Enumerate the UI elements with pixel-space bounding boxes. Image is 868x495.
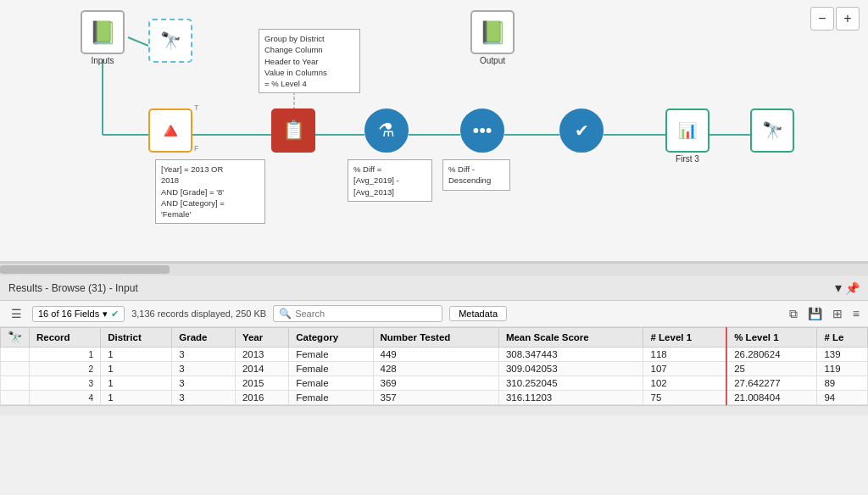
cell-browse-icon: [1, 362, 30, 376]
field-selector[interactable]: 16 of 16 Fields ▾ ✔: [32, 306, 125, 322]
search-input[interactable]: [295, 309, 437, 319]
node-browse1[interactable]: 🔭: [148, 19, 192, 63]
node-sort[interactable]: •••: [460, 108, 504, 153]
zoom-in-button[interactable]: +: [836, 7, 860, 31]
th-category[interactable]: Category: [289, 328, 373, 348]
canvas-scrollbar-thumb: [0, 265, 170, 274]
table-row: 2 1 3 2014 Female 428 309.042053 107 25 …: [1, 362, 868, 376]
pin-icon[interactable]: 📌: [845, 281, 860, 295]
output-icon: 📗: [479, 19, 506, 46]
node-browse2[interactable]: 🔭: [750, 108, 794, 153]
cell-category: Female: [289, 376, 373, 391]
results-toolbar: ☰ 16 of 16 Fields ▾ ✔ 3,136 records disp…: [0, 301, 868, 327]
node-filter-box[interactable]: 🔺: [148, 108, 192, 153]
node-summarize[interactable]: 📋: [271, 108, 315, 153]
cell-record: 2: [30, 362, 101, 376]
data-table: 🔭 Record District Grade Year Category Nu…: [0, 327, 868, 405]
th-year[interactable]: Year: [235, 328, 288, 348]
cell-level1-count: 107: [643, 362, 726, 376]
node-sort-box[interactable]: •••: [460, 108, 504, 153]
cell-category: Female: [289, 348, 373, 362]
node-formula-box[interactable]: ⚗: [364, 108, 409, 153]
node-inputs-box[interactable]: 📗: [81, 10, 125, 54]
cell-category: Female: [289, 391, 373, 405]
node-summarize-box[interactable]: 📋: [271, 108, 315, 153]
cell-grade: 3: [172, 362, 236, 376]
search-box[interactable]: 🔍: [273, 305, 442, 322]
cell-level1-count: 75: [643, 391, 726, 405]
cell-year: 2015: [235, 376, 288, 391]
cell-grade: 3: [172, 376, 236, 391]
formula-icon: ⚗: [378, 120, 395, 142]
cell-mean-scale-score: 316.11203: [498, 391, 643, 405]
zoom-out-button[interactable]: −: [810, 7, 834, 31]
canvas-scrollbar[interactable]: [0, 263, 868, 275]
th-record[interactable]: Record: [30, 328, 101, 348]
node-output-label: Output: [480, 56, 505, 65]
cell-mean-scale-score: 310.252045: [498, 376, 643, 391]
cell-district: 1: [101, 348, 172, 362]
record-info: 3,136 records displayed, 250 KB: [131, 309, 266, 319]
cell-mean-scale-score: 309.042053: [498, 362, 643, 376]
node-output-box[interactable]: 📗: [470, 10, 515, 54]
th-grade[interactable]: Grade: [172, 328, 236, 348]
node-browse2-box[interactable]: 🔭: [750, 108, 794, 153]
node-inputs-label: Inputs: [91, 56, 114, 65]
annotation-filter-condition: [Year] = 2013 OR 2018 AND [Grade] = '8' …: [155, 159, 265, 224]
cell-number-tested: 428: [373, 362, 498, 376]
export-button[interactable]: ⊞: [831, 305, 844, 322]
th-level-extra[interactable]: # Le: [817, 328, 868, 348]
node-select[interactable]: ✔: [559, 108, 604, 153]
dropdown-icon[interactable]: ▾: [835, 280, 842, 296]
first-icon: 📊: [678, 121, 697, 140]
cell-district: 1: [101, 362, 172, 376]
node-filter[interactable]: 🔺 T F: [148, 108, 192, 153]
cell-record: 4: [30, 391, 101, 405]
table-body: 1 1 3 2013 Female 449 308.347443 118 26.…: [1, 348, 868, 405]
results-title: Results - Browse (31) - Input: [8, 282, 138, 294]
th-level1-pct[interactable]: % Level 1: [726, 328, 817, 348]
canvas-area: 📗 Inputs 🔭 🔺 T F 📋 ⚗ •••: [0, 0, 868, 263]
table-row: 4 1 3 2016 Female 357 316.11203 75 21.00…: [1, 391, 868, 405]
cell-browse-icon: [1, 348, 30, 362]
node-first-box[interactable]: 📊: [665, 108, 709, 153]
cell-level-extra: 94: [817, 391, 868, 405]
filter-icon: 🔺: [157, 118, 184, 144]
cell-level1-pct: 25: [726, 362, 817, 376]
copy-button[interactable]: ⧉: [787, 305, 799, 323]
input-icon: 📗: [89, 19, 116, 46]
summarize-icon: 📋: [282, 120, 305, 142]
cell-record: 3: [30, 376, 101, 391]
browse2-icon: 🔭: [762, 120, 783, 141]
cell-record: 1: [30, 348, 101, 362]
node-first[interactable]: 📊 First 3: [665, 108, 709, 164]
bottom-scrollbar[interactable]: [0, 405, 868, 415]
results-panel: Results - Browse (31) - Input ▾ 📌 ☰ 16 o…: [0, 275, 868, 415]
table-row: 1 1 3 2013 Female 449 308.347443 118 26.…: [1, 348, 868, 362]
node-select-box[interactable]: ✔: [559, 108, 604, 153]
metadata-button[interactable]: Metadata: [449, 306, 507, 321]
th-mean-scale-score[interactable]: Mean Scale Score: [498, 328, 643, 348]
node-formula[interactable]: ⚗: [364, 108, 409, 153]
node-inputs[interactable]: 📗 Inputs: [81, 10, 125, 65]
cell-level1-count: 118: [643, 348, 726, 362]
cell-level-extra: 89: [817, 376, 868, 391]
th-level1-count[interactable]: # Level 1: [643, 328, 726, 348]
th-number-tested[interactable]: Number Tested: [373, 328, 498, 348]
browse1-icon: 🔭: [160, 31, 181, 51]
results-header-left: Results - Browse (31) - Input: [8, 282, 138, 294]
cell-level-extra: 139: [817, 348, 868, 362]
annotation-sort-desc: % Diff - Descending: [442, 159, 510, 191]
menu-button[interactable]: ≡: [851, 305, 861, 322]
cell-year: 2016: [235, 391, 288, 405]
cell-level1-pct: 21.008404: [726, 391, 817, 405]
save-button[interactable]: 💾: [806, 305, 824, 322]
node-output[interactable]: 📗 Output: [470, 10, 515, 65]
th-district[interactable]: District: [101, 328, 172, 348]
cell-district: 1: [101, 376, 172, 391]
select-icon: ✔: [575, 120, 589, 141]
node-browse1-box[interactable]: 🔭: [148, 19, 192, 63]
data-table-wrap[interactable]: 🔭 Record District Grade Year Category Nu…: [0, 327, 868, 405]
field-count-label: 16 of 16 Fields: [38, 309, 99, 319]
cell-year: 2013: [235, 348, 288, 362]
